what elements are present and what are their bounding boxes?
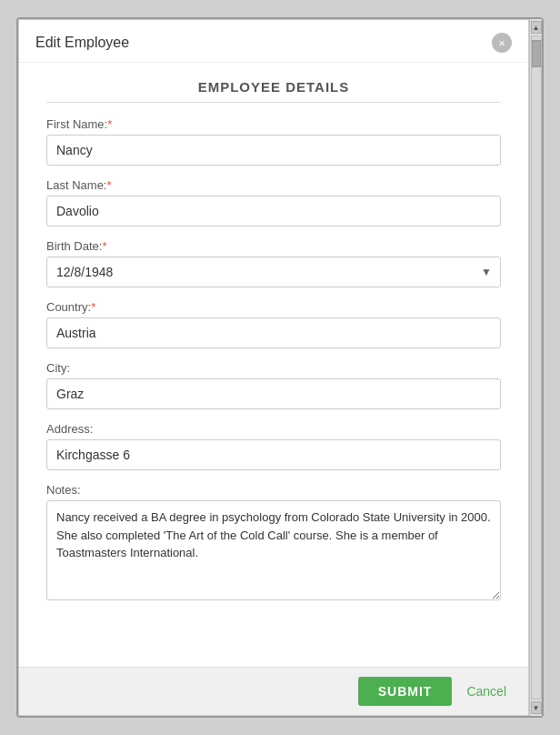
first-name-group: First Name:* [46, 117, 501, 166]
scrollbar-track[interactable] [531, 35, 542, 700]
birth-date-select-wrapper: 12/8/1948 ▼ [46, 257, 501, 287]
first-name-label: First Name:* [46, 117, 501, 131]
country-label: Country:* [46, 300, 501, 314]
scroll-down-arrow[interactable]: ▼ [531, 701, 542, 714]
city-input[interactable] [46, 378, 501, 409]
last-name-input[interactable] [46, 196, 501, 227]
city-label: City: [46, 361, 501, 375]
address-label: Address: [46, 422, 501, 436]
submit-button[interactable]: SUBMIT [358, 677, 453, 706]
last-name-label: Last Name:* [46, 178, 501, 192]
modal-body: EMPLOYEE DETAILS First Name:* Last Name:… [19, 63, 528, 667]
modal-container: Edit Employee × EMPLOYEE DETAILS First N… [18, 19, 529, 716]
cancel-button[interactable]: Cancel [463, 677, 510, 706]
birth-date-select[interactable]: 12/8/1948 [46, 257, 501, 287]
scrollbar: ▲ ▼ [529, 19, 542, 716]
modal-outer-wrapper: Edit Employee × EMPLOYEE DETAILS First N… [16, 17, 544, 718]
first-name-input[interactable] [46, 135, 501, 166]
address-group: Address: [46, 422, 501, 470]
address-input[interactable] [46, 439, 501, 470]
scroll-up-arrow[interactable]: ▲ [531, 21, 542, 34]
birth-date-group: Birth Date:* 12/8/1948 ▼ [46, 239, 501, 287]
notes-label: Notes: [46, 483, 501, 497]
last-name-group: Last Name:* [46, 178, 501, 227]
country-input[interactable] [46, 317, 501, 348]
modal-footer: SUBMIT Cancel [19, 667, 528, 715]
notes-group: Notes: Nancy received a BA degree in psy… [46, 483, 501, 604]
section-divider [46, 102, 501, 103]
country-group: Country:* [46, 300, 501, 348]
section-title: EMPLOYEE DETAILS [46, 79, 501, 95]
birth-date-label: Birth Date:* [46, 239, 501, 253]
scrollbar-thumb[interactable] [532, 40, 541, 67]
close-button[interactable]: × [492, 33, 512, 53]
city-group: City: [46, 361, 501, 409]
modal-header: Edit Employee × [19, 20, 528, 63]
notes-textarea[interactable]: Nancy received a BA degree in psychology… [46, 500, 501, 600]
modal-title: Edit Employee [35, 35, 129, 51]
